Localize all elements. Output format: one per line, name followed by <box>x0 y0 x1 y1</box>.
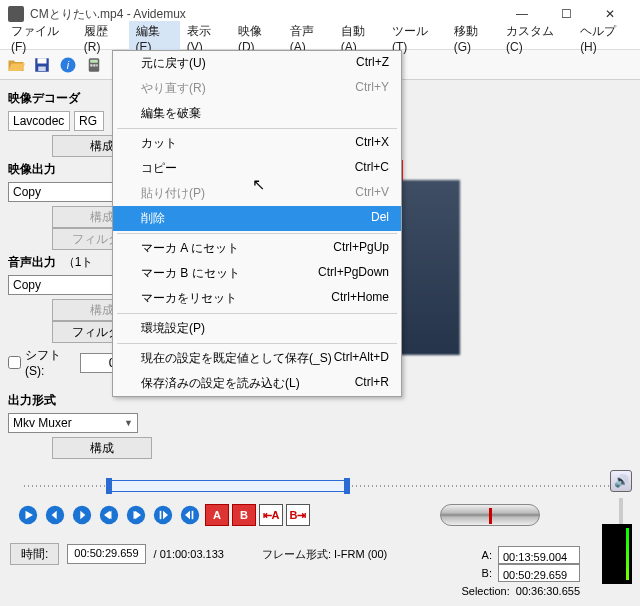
prev-frame-button[interactable] <box>70 503 94 527</box>
edit-mark-b[interactable]: マーカ B にセットCtrl+PgDown <box>113 261 401 286</box>
output-format-combo[interactable]: Mkv Muxer▼ <box>8 413 138 433</box>
goto-a-button[interactable]: ⇤A <box>259 504 283 526</box>
svg-rect-18 <box>192 511 194 519</box>
edit-reset-marks[interactable]: マーカをリセットCtrl+Home <box>113 286 401 311</box>
next-frame-button[interactable] <box>97 503 121 527</box>
svg-rect-8 <box>93 64 95 66</box>
edit-load-saved[interactable]: 保存済みの設定を読み込む(L)Ctrl+R <box>113 371 401 396</box>
b-value: 00:50:29.659 <box>498 564 580 582</box>
prev-black-button[interactable] <box>151 503 175 527</box>
menu-help[interactable]: ヘルプ(H) <box>573 21 636 56</box>
separator <box>117 313 397 314</box>
chevron-down-icon: ▼ <box>124 418 133 428</box>
svg-rect-9 <box>96 64 98 66</box>
marker-info: A:00:13:59.004 B:00:50:29.659 Selection:… <box>461 546 580 600</box>
selection-label: Selection: <box>461 582 509 600</box>
calculator-icon[interactable] <box>82 53 106 77</box>
separator <box>117 233 397 234</box>
svg-rect-7 <box>90 64 92 66</box>
edit-cut[interactable]: カットCtrl+X <box>113 131 401 156</box>
svg-rect-16 <box>160 511 162 519</box>
edit-redo[interactable]: やり直す(R)Ctrl+Y <box>113 76 401 101</box>
stop-button[interactable] <box>43 503 67 527</box>
menu-bar: ファイル(F) 履歴(R) 編集(E) 表示(V) 映像(D) 音声(A) 自動… <box>0 28 640 50</box>
total-duration: / 01:00:03.133 <box>154 548 224 560</box>
svg-rect-1 <box>38 58 47 63</box>
mark-a-handle[interactable] <box>106 478 112 494</box>
decoder-rg: RG <box>74 111 104 131</box>
prev-keyframe-button[interactable] <box>124 503 148 527</box>
menu-file[interactable]: ファイル(F) <box>4 21 77 56</box>
edit-mark-a[interactable]: マーカ A にセットCtrl+PgUp <box>113 236 401 261</box>
a-value: 00:13:59.004 <box>498 546 580 564</box>
edit-dropdown: 元に戻す(U)Ctrl+Z やり直す(R)Ctrl+Y 編集を破棄 カットCtr… <box>112 50 402 397</box>
time-button[interactable]: 時間: <box>10 543 59 565</box>
b-label: B: <box>482 564 492 582</box>
frame-type: フレーム形式: I-FRM (00) <box>262 547 387 562</box>
edit-save-default[interactable]: 現在の設定を既定値として保存(_S)Ctrl+Alt+D <box>113 346 401 371</box>
timeline-area: A B ⇤A B⇥ <box>0 465 640 537</box>
decoder-value: Lavcodec <box>8 111 70 131</box>
timeline-selection <box>108 480 346 492</box>
play-button[interactable] <box>16 503 40 527</box>
edit-discard[interactable]: 編集を破棄 <box>113 101 401 126</box>
svg-rect-2 <box>38 66 46 71</box>
edit-delete[interactable]: 削除Del <box>113 206 401 231</box>
edit-undo[interactable]: 元に戻す(U)Ctrl+Z <box>113 51 401 76</box>
a-label: A: <box>482 546 492 564</box>
open-icon[interactable] <box>4 53 28 77</box>
window-title: CMとりたい.mp4 - Avidemux <box>30 6 500 23</box>
separator <box>117 128 397 129</box>
mark-b-handle[interactable] <box>344 478 350 494</box>
set-mark-a-button[interactable]: A <box>205 504 229 526</box>
shift-checkbox[interactable] <box>8 356 21 369</box>
speaker-icon[interactable]: 🔊 <box>610 470 632 492</box>
timeline[interactable] <box>12 475 628 497</box>
output-format-configure-button[interactable]: 構成 <box>52 437 152 459</box>
shift-label: シフト(S): <box>25 347 76 378</box>
selection-value: 00:36:30.655 <box>516 582 580 600</box>
audio-meter <box>602 524 632 584</box>
edit-copy[interactable]: コピーCtrl+C <box>113 156 401 181</box>
menu-go[interactable]: 移動(G) <box>447 21 499 56</box>
current-time[interactable]: 00:50:29.659 <box>67 544 145 564</box>
svg-rect-6 <box>90 59 98 62</box>
goto-b-button[interactable]: B⇥ <box>286 504 310 526</box>
next-black-button[interactable] <box>178 503 202 527</box>
edit-preferences[interactable]: 環境設定(P) <box>113 316 401 341</box>
set-mark-b-button[interactable]: B <box>232 504 256 526</box>
info-icon[interactable]: i <box>56 53 80 77</box>
menu-custom[interactable]: カスタム(C) <box>499 21 573 56</box>
app-icon <box>8 6 24 22</box>
jog-wheel[interactable] <box>440 504 540 526</box>
save-icon[interactable] <box>30 53 54 77</box>
separator <box>117 343 397 344</box>
edit-paste[interactable]: 貼り付け(P)Ctrl+V <box>113 181 401 206</box>
